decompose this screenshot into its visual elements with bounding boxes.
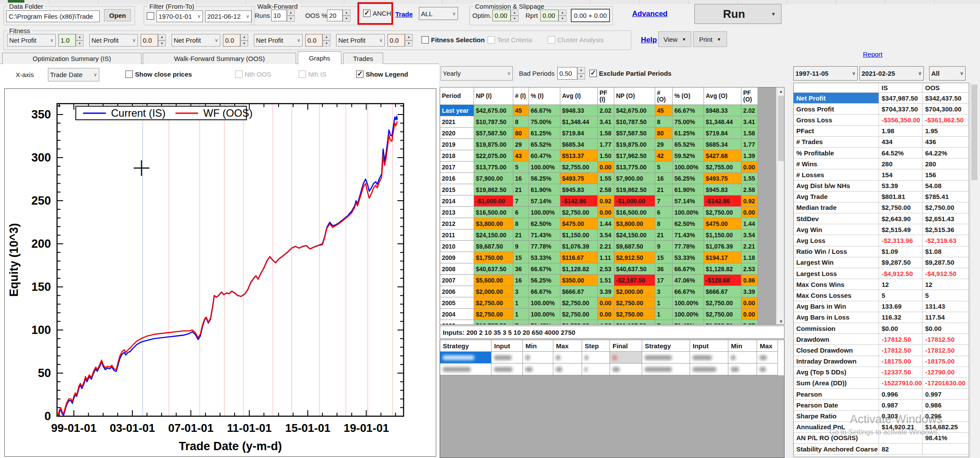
summary-scrollbar[interactable] bbox=[970, 83, 978, 457]
summary-from-select[interactable]: 1997-11-05∨ bbox=[793, 66, 858, 81]
fitness-weight-stepper-3[interactable]: ▲▼ bbox=[323, 34, 330, 47]
view-button[interactable]: View ▼ bbox=[658, 31, 691, 47]
period-row[interactable]: 2010$9,687.50977.78%$1,076.392.21$9,687.… bbox=[440, 241, 758, 252]
period-row[interactable]: 2009$1,750.001553.33%$116.671.11$2,912.5… bbox=[440, 252, 758, 263]
period-row[interactable]: Last year$42,675.004566.67%$948.332.02$4… bbox=[440, 105, 758, 116]
anchored-checkbox[interactable] bbox=[363, 10, 370, 17]
summary-row[interactable]: Gross Profit$704,337.50$704,300.00 bbox=[794, 104, 969, 114]
period-row[interactable]: 2018$22,075.004360.47%$513.371.50$17,962… bbox=[440, 150, 758, 162]
summary-row[interactable]: Median trade$2,750.00$2,750.00 bbox=[794, 202, 969, 213]
print-button[interactable]: Print ▼ bbox=[693, 31, 727, 47]
summary-row[interactable]: StdDev$2,643.90$2,651.43 bbox=[794, 213, 969, 224]
summary-row[interactable]: AN P/L RO (OOS/IS)98.41% bbox=[794, 433, 969, 444]
view-dropdown-icon[interactable]: ▼ bbox=[682, 37, 686, 42]
scroll-down-icon[interactable]: ▼ bbox=[777, 318, 785, 325]
summary-row[interactable]: Avg Win$2,515.49$2,515.36 bbox=[794, 224, 969, 235]
show-close-prices-checkbox[interactable] bbox=[125, 71, 133, 78]
report-link[interactable]: Report bbox=[863, 51, 882, 58]
summary-row[interactable]: Max Cons Losses55 bbox=[794, 290, 969, 301]
summary-row[interactable]: Avg Bars in Win133.69131.43 bbox=[794, 301, 969, 312]
period-row[interactable]: 2004$2,750.001100.00%$2,750.000.00$2,750… bbox=[440, 309, 758, 320]
period-row[interactable]: 2005$2,750.001100.00%$2,750.000.00$2,750… bbox=[440, 297, 758, 309]
anchored-checkbox-row[interactable]: ANCH bbox=[363, 10, 391, 17]
period-row[interactable]: 2016$7,900.001656.25%$493.751.55$7,900.0… bbox=[440, 173, 758, 184]
period-row[interactable]: 2008$40,637.503666.67%$1,128.822.53$40,6… bbox=[440, 263, 758, 275]
run-split-button[interactable]: Run ▼ bbox=[694, 4, 781, 24]
rprt-input[interactable]: 0.00 bbox=[540, 10, 559, 21]
strategy-row[interactable] bbox=[440, 352, 784, 364]
summary-row[interactable]: Largest Loss-$4,912.50-$4,912.50 bbox=[794, 268, 969, 279]
summary-row[interactable]: Avg Trade$801.81$785.41 bbox=[794, 192, 969, 202]
period-table-scrollbar[interactable]: ▲ ▼ bbox=[777, 88, 785, 325]
period-row[interactable]: 2019$19,875.002965.52%$685.341.77$19,875… bbox=[440, 139, 758, 150]
summary-row[interactable]: Closed Drawdown-17812.50-17812.50 bbox=[794, 345, 969, 356]
open-button[interactable]: Open bbox=[104, 9, 131, 21]
oos-pct-stepper[interactable]: ▲▼ bbox=[343, 10, 350, 21]
summary-row[interactable]: Pearson Date0.9870.986 bbox=[794, 400, 969, 411]
fitness-metric-select-0[interactable]: Net Profit∨ bbox=[7, 34, 56, 47]
summary-row[interactable]: Commission$0.00$0.00 bbox=[794, 323, 969, 334]
period-row[interactable]: 2012$3,800.00862.50%$475.001.44$3,800.00… bbox=[440, 218, 758, 229]
summary-row[interactable]: # Wins280280 bbox=[794, 158, 969, 169]
period-row[interactable]: 2013$16,500.006100.00%$2,750.000.00$16,5… bbox=[440, 207, 758, 218]
bad-periods-stepper[interactable]: ▲▼ bbox=[577, 67, 585, 80]
summary-scope-select[interactable]: All∨ bbox=[929, 66, 966, 81]
fitness-weight-stepper-1[interactable]: ▲▼ bbox=[158, 34, 166, 47]
period-row[interactable]: 2020$57,587.508061.25%$719.841.58$57,587… bbox=[440, 128, 758, 139]
exclude-partial-checkbox[interactable] bbox=[589, 70, 597, 77]
bad-periods-input[interactable]: 0.50 bbox=[557, 67, 577, 80]
summary-row[interactable]: Sum (Area (DD))-15227910.00-17201630.00 bbox=[794, 378, 969, 389]
fitness-weight-input-2[interactable]: 0.0 bbox=[223, 34, 240, 47]
summary-row[interactable]: Gross Loss-$356,350.00-$361,862.50 bbox=[794, 114, 969, 125]
summary-row[interactable]: Max Cons Wins1212 bbox=[794, 279, 969, 290]
period-row[interactable]: 2015$19,862.502161.90%$945.832.58$19,862… bbox=[440, 184, 758, 195]
tab-graphs[interactable]: Graphs bbox=[298, 51, 341, 64]
data-folder-input[interactable]: C:\Program Files (x86)\Trade bbox=[6, 10, 100, 22]
help-link[interactable]: Help bbox=[641, 36, 657, 44]
fitness-metric-select-1[interactable]: Net Profit∨ bbox=[89, 34, 138, 47]
summary-row[interactable]: % Profitable64.52%64.22% bbox=[794, 148, 969, 158]
period-row[interactable]: 2007$5,600.001656.25%$350.001.51-$2,187.… bbox=[440, 275, 758, 286]
filter-checkbox[interactable] bbox=[147, 12, 154, 20]
summary-row[interactable]: Sharpe Ratio0.3030.296 bbox=[794, 411, 969, 421]
summary-row[interactable]: Largest Win$9,287.50$9,287.50 bbox=[794, 257, 969, 268]
period-row[interactable]: 2006$2,000.00366.67%$666.673.39$2,000.00… bbox=[440, 286, 758, 297]
scroll-up-icon[interactable]: ▲ bbox=[777, 88, 785, 95]
fitness-weight-input-1[interactable]: 0.0 bbox=[141, 34, 158, 47]
summary-row[interactable]: Avg Loss-$2,313.96-$2,319.63 bbox=[794, 235, 969, 246]
summary-row[interactable]: Net Profit$347,987.50$342,437.50 bbox=[794, 93, 969, 104]
summary-row[interactable]: Drawdown-17812.50-17812.50 bbox=[794, 334, 969, 345]
tab-optimization-summary-is[interactable]: Optimization Summary (IS) bbox=[2, 53, 141, 64]
trade-link[interactable]: Trade bbox=[395, 10, 413, 18]
show-legend-checkbox[interactable] bbox=[356, 71, 364, 78]
period-row[interactable]: 2014-$1,000.00757.14%-$142.860.92-$1,000… bbox=[440, 195, 758, 207]
runs-input[interactable]: 10 bbox=[271, 10, 287, 21]
filter-from-select[interactable]: 1970-01-01∨ bbox=[156, 10, 203, 22]
filter-to-select[interactable]: 2021-06-12∨ bbox=[205, 10, 252, 22]
fitness-weight-input-3[interactable]: 0.0 bbox=[305, 34, 323, 47]
summary-row[interactable]: Intraday Drawdown-18175.00-18175.00 bbox=[794, 356, 969, 367]
fitness-selection-checkbox[interactable] bbox=[421, 36, 429, 44]
fitness-metric-select-2[interactable]: Net Profit∨ bbox=[172, 34, 220, 47]
fitness-weight-stepper-0[interactable]: ▲▼ bbox=[76, 34, 84, 47]
period-row[interactable]: 2003$10,737.50771.43%$1,533.934.56$11,18… bbox=[440, 320, 758, 325]
summary-row[interactable]: Ratio Win / Loss$1.09$1.08 bbox=[794, 246, 969, 257]
fitness-weight-input-4[interactable]: 0.0 bbox=[387, 34, 405, 47]
fitness-weight-input-0[interactable]: 1.0 bbox=[58, 34, 76, 47]
run-dropdown-icon[interactable]: ▼ bbox=[771, 11, 776, 17]
show-close-prices-row[interactable]: Show close prices bbox=[125, 71, 192, 78]
summary-row[interactable]: Avg (Top 5 DDs)-12337.50-12790.00 bbox=[794, 367, 969, 378]
period-row[interactable]: 2017$13,775.005100.00%$2,755.000.00$13,7… bbox=[440, 162, 758, 173]
period-row[interactable]: 2021$10,787.50875.00%$1,348.443.41$10,78… bbox=[440, 116, 758, 128]
tab-walk-forward-summary-oos[interactable]: Walk-Forward Summary (OOS) bbox=[143, 53, 296, 64]
oos-pct-input[interactable]: 20 bbox=[327, 10, 343, 21]
xaxis-select[interactable]: Trade Date∨ bbox=[48, 68, 99, 81]
summary-row[interactable]: # Losses154156 bbox=[794, 169, 969, 180]
print-dropdown-icon[interactable]: ▼ bbox=[717, 37, 721, 42]
summary-to-select[interactable]: 2021-02-25∨ bbox=[859, 66, 924, 81]
summary-row[interactable]: Annualized PnL$14,920.21$14,682.25 bbox=[794, 422, 969, 433]
optim-input[interactable]: 0.00 bbox=[492, 10, 511, 21]
fitness-weight-stepper-4[interactable]: ▲▼ bbox=[405, 34, 413, 47]
summary-row[interactable]: Stability Anchored Coarse82 bbox=[794, 444, 969, 455]
period-frequency-select[interactable]: Yearly∨ bbox=[441, 66, 513, 81]
